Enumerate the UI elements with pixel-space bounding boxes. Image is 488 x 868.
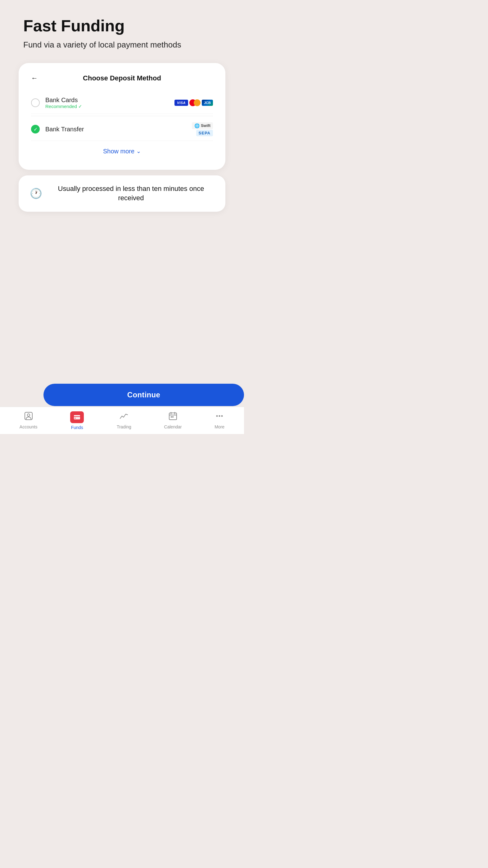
page-subtitle: Fund via a variety of local payment meth… <box>23 39 221 50</box>
back-arrow-icon[interactable]: ← <box>31 74 38 82</box>
card-header: ← Choose Deposit Method <box>31 74 213 82</box>
jcb-icon: JCB <box>202 100 213 106</box>
bank-cards-option[interactable]: Bank Cards Recommended ✓ VISA JCB <box>31 92 213 114</box>
show-more-button[interactable]: Show more ⌄ <box>31 141 213 157</box>
deposit-method-card: ← Choose Deposit Method Bank Cards Recom… <box>19 63 225 170</box>
show-more-label: Show more <box>103 148 134 155</box>
bank-transfer-info: Bank Transfer <box>45 126 192 133</box>
card-icons: VISA JCB <box>175 99 213 106</box>
info-card: 🕐 Usually processed in less than ten min… <box>19 176 225 212</box>
bank-transfer-label: Bank Transfer <box>45 126 192 133</box>
nav-calendar[interactable]: Calendar <box>159 409 187 432</box>
more-label: More <box>214 424 224 429</box>
nav-more[interactable]: More <box>210 409 230 432</box>
bottom-nav: Accounts Funds Trading <box>0 407 244 434</box>
svg-point-12 <box>219 415 220 417</box>
radio-unselected-icon[interactable] <box>31 98 40 107</box>
radio-selected-icon[interactable]: ✓ <box>31 125 40 133</box>
nav-accounts[interactable]: Accounts <box>14 409 42 432</box>
trading-label: Trading <box>117 424 131 429</box>
visa-icon: VISA <box>175 100 188 106</box>
svg-rect-2 <box>74 415 80 420</box>
swift-icon: 🌐 Swift <box>192 122 213 129</box>
nav-funds[interactable]: Funds <box>65 409 89 432</box>
bank-cards-label: Bank Cards <box>45 97 175 104</box>
info-text: Usually processed in less than ten minut… <box>48 184 214 203</box>
swift-sepa-icons: 🌐 Swift SEPA <box>192 122 213 136</box>
trading-icon <box>120 412 128 423</box>
svg-rect-9 <box>171 416 172 417</box>
bank-cards-info: Bank Cards Recommended ✓ <box>45 97 175 109</box>
mastercard-icon <box>189 99 201 106</box>
accounts-label: Accounts <box>20 424 37 429</box>
calendar-label: Calendar <box>164 424 182 429</box>
svg-rect-4 <box>74 418 76 418</box>
clock-icon: 🕐 <box>30 187 42 199</box>
funds-label: Funds <box>71 425 83 430</box>
calendar-icon <box>169 412 177 423</box>
svg-point-13 <box>221 415 223 417</box>
svg-point-11 <box>216 415 218 417</box>
card-title: Choose Deposit Method <box>83 74 161 82</box>
page-wrapper: Fast Funding Fund via a variety of local… <box>0 0 244 434</box>
svg-rect-3 <box>74 416 80 417</box>
accounts-icon <box>24 412 33 423</box>
recommended-badge: Recommended ✓ <box>45 104 175 109</box>
bank-transfer-option[interactable]: ✓ Bank Transfer 🌐 Swift SEPA <box>31 118 213 141</box>
more-icon <box>215 412 224 423</box>
svg-point-1 <box>27 414 30 416</box>
chevron-down-icon: ⌄ <box>136 148 141 155</box>
sepa-icon: SEPA <box>196 130 213 136</box>
svg-rect-10 <box>172 416 174 417</box>
header-section: Fast Funding Fund via a variety of local… <box>0 0 244 57</box>
nav-trading[interactable]: Trading <box>112 409 136 432</box>
continue-button[interactable]: Continue <box>43 384 244 406</box>
divider <box>31 116 213 116</box>
funds-icon <box>70 411 84 423</box>
page-title: Fast Funding <box>23 17 221 35</box>
